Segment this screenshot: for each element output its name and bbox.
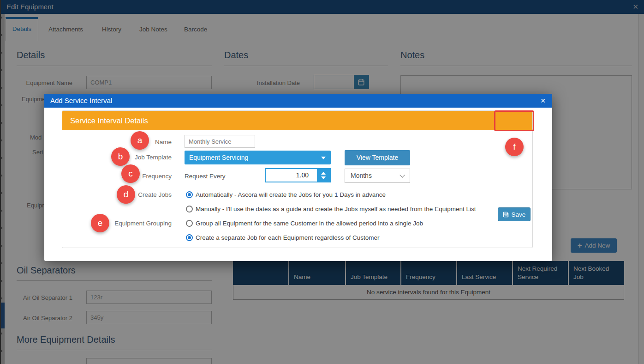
spinner-up-icon[interactable] [321, 172, 326, 175]
panel-heading: Service Interval Details [70, 111, 148, 130]
save-button[interactable]: Save [498, 207, 531, 221]
radio-separate-job-text: Create a separate Job for each Equipment… [196, 234, 379, 241]
frequency-spinner[interactable] [317, 169, 330, 182]
add-service-interval-modal: Add Service Interval ✕ Service Interval … [44, 94, 552, 261]
frequency-unit-value: Months [351, 169, 372, 182]
save-label: Save [512, 211, 526, 218]
modal-header: Add Service Interval ✕ [44, 94, 552, 108]
radio-dot [188, 236, 191, 239]
annotation-a: a [131, 131, 149, 150]
annotation-e: e [91, 214, 109, 232]
radio-group-equipment[interactable] [186, 220, 193, 227]
panel-header: Service Interval Details [62, 111, 532, 130]
job-template-label: Job Template [89, 154, 172, 161]
annotation-c: c [121, 164, 140, 183]
view-template-button[interactable]: View Template [345, 150, 410, 165]
modal-title: Add Service Interval [50, 94, 112, 108]
job-template-dropdown[interactable]: Equipment Servicing [185, 151, 331, 164]
radio-dot [188, 193, 191, 196]
job-template-value: Equipment Servicing [189, 151, 248, 164]
frequency-number-field: 1.00 [265, 168, 331, 182]
edit-equipment-window: Edit Equipment ✕ Details Attachments His… [0, 0, 644, 364]
radio-group-equipment-text: Group all Equipment for the same Custome… [196, 220, 423, 227]
frequency-unit-select[interactable]: Months [345, 169, 410, 183]
dropdown-caret-icon [321, 157, 326, 159]
save-highlight-box [494, 110, 534, 131]
radio-separate-job[interactable] [186, 234, 193, 241]
radio-manually-text: Manually - I'll use the dates as a guide… [196, 206, 476, 212]
spinner-down-icon[interactable] [321, 176, 326, 179]
modal-close-icon[interactable]: ✕ [540, 94, 546, 108]
radio-automatically-text: Automatically - Ascora will create the J… [196, 191, 386, 198]
save-icon [503, 212, 509, 218]
radio-manually[interactable] [186, 206, 193, 212]
frequency-value[interactable]: 1.00 [266, 169, 313, 182]
request-every-label: Request Every [185, 173, 226, 180]
name-label: Name [89, 139, 172, 146]
radio-automatically[interactable] [186, 191, 193, 198]
select-chevron-icon [400, 172, 405, 177]
service-name-input[interactable] [185, 135, 255, 148]
annotation-b: b [111, 147, 130, 166]
annotation-f: f [505, 138, 524, 156]
annotation-d: d [117, 185, 135, 204]
